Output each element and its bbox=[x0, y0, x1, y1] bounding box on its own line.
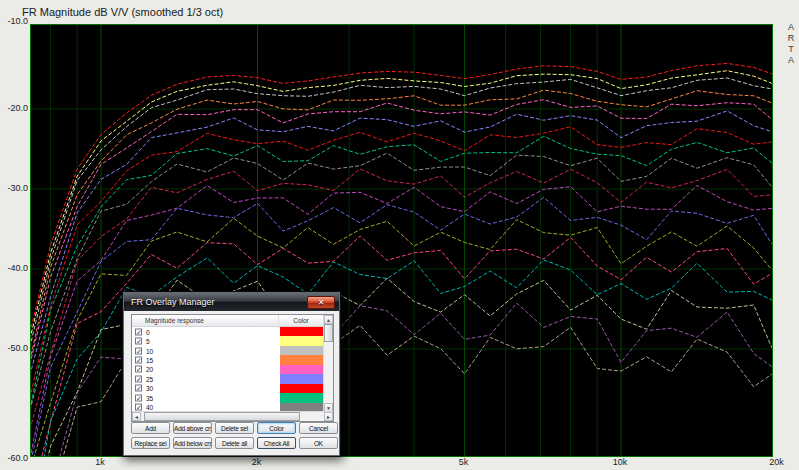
arta-logo-letter: A bbox=[785, 55, 797, 66]
arta-logo-letter: A bbox=[785, 22, 797, 33]
arta-window: { "app": { "plot_title": "FR Magnitude d… bbox=[0, 0, 799, 470]
overlay-checkbox[interactable]: ✓ bbox=[135, 366, 142, 373]
close-icon: ✕ bbox=[318, 298, 325, 307]
arta-logo-letter: T bbox=[785, 44, 797, 55]
overlay-label: 10 bbox=[146, 347, 153, 354]
overlay-row[interactable]: ✓20 bbox=[132, 365, 333, 374]
color-swatch bbox=[280, 374, 323, 383]
dialog-title: FR Overlay Manager bbox=[131, 297, 215, 307]
list-header-magnitude-response[interactable]: Magnitude response bbox=[132, 315, 279, 326]
dialog-body: Magnitude response Color ✓0✓5✓10✓15✓20✓2… bbox=[124, 311, 339, 455]
color-swatch bbox=[280, 365, 323, 374]
color-swatch bbox=[280, 346, 323, 355]
overlay-row[interactable]: ✓0 bbox=[132, 327, 333, 336]
y-axis-label: -50.0 bbox=[0, 343, 28, 353]
plot-title: FR Magnitude dB V/V (smoothed 1/3 oct) bbox=[22, 6, 223, 18]
v-scrollbar[interactable]: ▲ ▼ bbox=[323, 315, 333, 412]
arta-logo: ARTA bbox=[785, 22, 797, 66]
overlay-row[interactable]: ✓10 bbox=[132, 346, 333, 355]
overlay-label: 30 bbox=[146, 385, 153, 392]
overlay-checkbox[interactable]: ✓ bbox=[135, 338, 142, 345]
color-swatch bbox=[280, 355, 323, 364]
overlay-row[interactable]: ✓25 bbox=[132, 374, 333, 383]
overlay-label: 25 bbox=[146, 375, 153, 382]
overlay-checkbox[interactable]: ✓ bbox=[135, 404, 142, 411]
y-axis-label: -20.0 bbox=[0, 103, 28, 113]
overlay-rows: ✓0✓5✓10✓15✓20✓25✓30✓35✓40 bbox=[132, 327, 333, 412]
cancel-button[interactable]: Cancel bbox=[299, 422, 338, 434]
overlay-label: 5 bbox=[146, 338, 150, 345]
scroll-right-arrow[interactable]: ► bbox=[324, 412, 333, 421]
overlay-row[interactable]: ✓35 bbox=[132, 393, 333, 402]
color-swatch bbox=[280, 384, 323, 393]
fr-overlay-manager-dialog: FR Overlay Manager ✕ Magnitude response … bbox=[122, 291, 341, 457]
x-axis-label: 2k bbox=[242, 457, 272, 467]
list-header: Magnitude response Color bbox=[132, 315, 333, 327]
overlay-checkbox[interactable]: ✓ bbox=[135, 357, 142, 364]
close-button[interactable]: ✕ bbox=[307, 296, 335, 309]
overlay-list[interactable]: Magnitude response Color ✓0✓5✓10✓15✓20✓2… bbox=[131, 314, 334, 422]
add-above-crs-button[interactable]: Add above crs bbox=[173, 422, 212, 434]
overlay-label: 35 bbox=[146, 394, 153, 401]
overlay-checkbox[interactable]: ✓ bbox=[135, 347, 142, 354]
overlay-label: 40 bbox=[146, 404, 153, 411]
check-all-button[interactable]: Check All bbox=[257, 437, 296, 449]
y-axis-label: -60.0 bbox=[0, 453, 28, 463]
add-below-crs-button[interactable]: Add below crs bbox=[173, 437, 212, 449]
list-header-color[interactable]: Color bbox=[279, 315, 324, 326]
scroll-up-arrow[interactable]: ▲ bbox=[324, 315, 333, 324]
add-button[interactable]: Add bbox=[131, 422, 170, 434]
delete-all-button[interactable]: Delete all bbox=[215, 437, 254, 449]
arta-logo-letter: R bbox=[785, 33, 797, 44]
overlay-row[interactable]: ✓30 bbox=[132, 384, 333, 393]
overlay-checkbox[interactable]: ✓ bbox=[135, 328, 142, 335]
color-button[interactable]: Color bbox=[257, 422, 296, 434]
y-axis-label: -40.0 bbox=[0, 263, 28, 273]
scroll-left-arrow[interactable]: ◄ bbox=[132, 412, 141, 421]
overlay-checkbox[interactable]: ✓ bbox=[135, 394, 142, 401]
x-axis-label: 10k bbox=[605, 457, 635, 467]
x-axis-label: 20k bbox=[762, 457, 792, 467]
overlay-row[interactable]: ✓5 bbox=[132, 336, 333, 345]
x-axis-label: 5k bbox=[448, 457, 478, 467]
h-scrollbar[interactable]: ◄ ► bbox=[132, 411, 333, 421]
overlay-label: 0 bbox=[146, 328, 150, 335]
overlay-row[interactable]: ✓15 bbox=[132, 355, 333, 364]
color-swatch bbox=[280, 327, 323, 336]
v-scroll-thumb[interactable] bbox=[324, 324, 333, 342]
overlay-label: 20 bbox=[146, 366, 153, 373]
color-swatch bbox=[280, 393, 323, 402]
h-scroll-thumb[interactable] bbox=[144, 412, 300, 421]
overlay-checkbox[interactable]: ✓ bbox=[135, 375, 142, 382]
dialog-titlebar[interactable]: FR Overlay Manager ✕ bbox=[124, 293, 339, 311]
replace-sel-button[interactable]: Replace sel bbox=[131, 437, 170, 449]
overlay-label: 15 bbox=[146, 357, 153, 364]
delete-sel-button[interactable]: Delete sel bbox=[215, 422, 254, 434]
color-swatch bbox=[280, 336, 323, 345]
ok-button[interactable]: OK bbox=[299, 437, 338, 449]
x-axis-label: 1k bbox=[85, 457, 115, 467]
overlay-checkbox[interactable]: ✓ bbox=[135, 385, 142, 392]
y-axis-label: -30.0 bbox=[0, 183, 28, 193]
y-axis-label: -10.0 bbox=[0, 16, 28, 26]
